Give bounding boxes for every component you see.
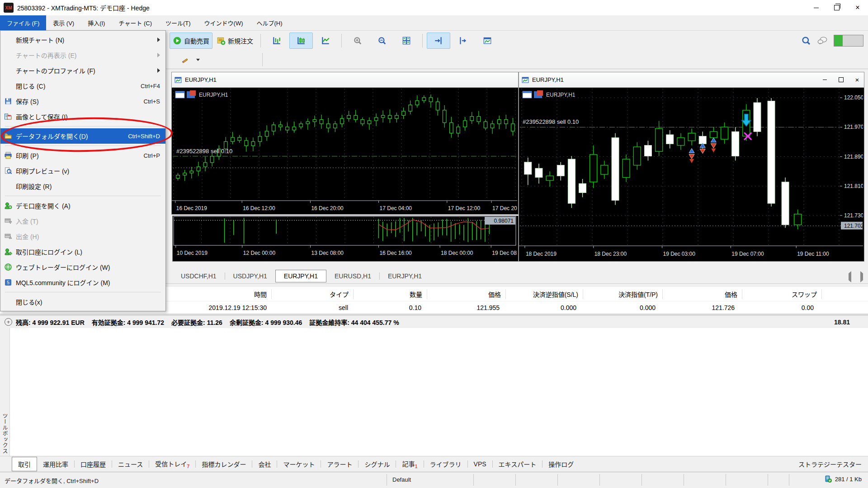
toolbox-tab-5[interactable]: 指標カレンダー — [196, 457, 252, 471]
search-button[interactable] — [801, 36, 811, 46]
col-header-6[interactable]: 価格 — [663, 289, 742, 299]
chart-window-right-titlebar[interactable]: EURJPY,H1 × — [519, 72, 864, 88]
mini-chart-canvas[interactable]: 0.9807110 Dec 201912 Dec 00:0013 Dec 08:… — [173, 216, 517, 260]
chat-button[interactable] — [817, 36, 827, 46]
statusbar-cell-separator — [473, 474, 474, 486]
file-menu-item-9[interactable]: 印刷 (P)Ctrl+P — [0, 148, 165, 163]
chart-tab-4[interactable]: EURJPY,H1 — [380, 270, 430, 282]
zoom-out-button[interactable] — [370, 33, 394, 49]
menu-5[interactable]: ウインドウ(W) — [198, 15, 250, 30]
zoom-in-button[interactable] — [346, 33, 369, 49]
menu-1[interactable]: 表示 (V) — [46, 15, 81, 30]
restore-button[interactable] — [826, 0, 847, 15]
statusbar-profile[interactable]: Default — [392, 476, 411, 483]
balance-segment-1: 有効証拠金: 4 999 941.72 — [92, 318, 164, 327]
chart-window-left-titlebar[interactable]: EURJPY,H1 — [172, 72, 518, 88]
svg-text:#239522898 sell 0.10: #239522898 sell 0.10 — [176, 148, 232, 155]
tab-scroll-left-button[interactable] — [846, 271, 854, 282]
connection-status-icon — [824, 475, 832, 483]
chart-window-mini[interactable]: 0.9807110 Dec 201912 Dec 00:0013 Dec 08:… — [172, 216, 519, 262]
toolbox-tab-7[interactable]: マーケット — [277, 457, 321, 471]
chart-close-button[interactable]: × — [853, 76, 861, 84]
bars-chart-button[interactable] — [265, 33, 288, 49]
toolbox-tab-1[interactable]: 運用比率 — [37, 457, 74, 471]
file-menu-item-10[interactable]: 印刷プレビュー (v) — [0, 163, 165, 178]
chart-tab-1[interactable]: USDJPY,H1 — [225, 270, 275, 282]
expand-icon[interactable]: + — [5, 318, 12, 326]
close-button[interactable]: × — [847, 0, 868, 15]
chart-maximize-button[interactable] — [837, 76, 845, 84]
col-header-5[interactable]: 決済指値(T/P) — [583, 289, 663, 299]
chart-tab-0[interactable]: USDCHF,H1 — [173, 270, 225, 282]
chart-window-left[interactable]: EURJPY,H1 #239522898 sell 0.1016 Dec 201… — [171, 72, 519, 215]
col-header-4[interactable]: 決済逆指値(S/L) — [506, 289, 583, 299]
col-header-8[interactable]: 損益 — [822, 289, 868, 299]
statusbar-cell-separator — [515, 474, 516, 486]
svg-text:EURJPY,H1: EURJPY,H1 — [199, 92, 228, 98]
chart-tab-3[interactable]: EURUSD,H1 — [326, 270, 379, 282]
chart-shift-button[interactable] — [451, 33, 475, 49]
menu-3[interactable]: チャート (C) — [112, 15, 159, 30]
file-menu-item-3[interactable]: 閉じる (C)Ctrl+F4 — [0, 78, 165, 94]
col-header-3[interactable]: 価格 — [427, 289, 506, 299]
menu-6[interactable]: ヘルプ(H) — [250, 15, 289, 30]
toolbox-tab-10[interactable]: 記事1 — [396, 456, 423, 472]
tile-windows-button[interactable] — [395, 33, 418, 49]
toolbox-tab-6[interactable]: 会社 — [252, 457, 277, 471]
toolbox-tab-13[interactable]: エキスパート — [493, 457, 542, 471]
toolbox-tab-8[interactable]: アラート — [321, 457, 358, 471]
row-cell-2: 0.10 — [353, 304, 426, 311]
file-menu-item-17[interactable]: ウェブトレーダーにログイン (W) — [0, 259, 165, 275]
print-preview-icon — [0, 167, 16, 175]
toolbox-tab-14[interactable]: 操作ログ — [542, 457, 580, 471]
auto-scroll-button[interactable] — [427, 33, 450, 49]
toolbox-tab-2[interactable]: 口座履歴 — [75, 457, 112, 471]
file-menu-item-18[interactable]: 5MQL5.community にログイン (M) — [0, 275, 165, 290]
file-menu-item-0[interactable]: 新規チャート (N) — [0, 32, 165, 47]
candles-icon — [297, 36, 306, 45]
toolbox-tab-0[interactable]: 取引 — [12, 457, 37, 471]
left-chart-canvas[interactable]: #239522898 sell 0.1016 Dec 201916 Dec 12… — [172, 88, 517, 214]
chart-minimize-button[interactable] — [821, 76, 829, 84]
auto-trade-button[interactable]: 自動売買 — [170, 33, 212, 49]
file-menu-item-7[interactable]: データフォルダを開く(D)Ctrl+Shift+D — [0, 128, 165, 144]
menu-shortcut: Ctrl+Shift+D — [128, 133, 160, 140]
balance-segment-2: 必要証拠金: 11.26 — [171, 318, 222, 327]
file-menu-item-4[interactable]: 保存 (S)Ctrl+S — [0, 94, 165, 109]
strategy-tester-label[interactable]: ストラテジーテスター — [798, 460, 862, 469]
indicators-button[interactable] — [476, 33, 499, 49]
svg-text:#239522898 sell 0.10: #239522898 sell 0.10 — [523, 118, 579, 125]
tab-scroll-right-button[interactable] — [858, 271, 865, 282]
toolbox-tab-3[interactable]: ニュース — [112, 457, 149, 471]
file-menu-item-20[interactable]: 閉じる(x) — [0, 294, 165, 310]
col-header-2[interactable]: 数量 — [354, 289, 427, 299]
webtrader-icon — [0, 263, 16, 271]
svg-text:13 Dec 08:00: 13 Dec 08:00 — [311, 250, 344, 256]
menu-2[interactable]: 挿入(I) — [81, 15, 112, 30]
toolbox-tab-12[interactable]: VPS — [468, 458, 492, 470]
chart-tab-2[interactable]: EURJPY,H1 — [275, 270, 326, 282]
col-header-7[interactable]: スワップ — [742, 289, 822, 299]
chart-window-right[interactable]: EURJPY,H1 × 122.050121.970121.890121.810… — [519, 72, 864, 262]
toolbox-tab-11[interactable]: ライブラリ — [424, 457, 467, 471]
candles-chart-button[interactable] — [289, 33, 313, 49]
minimize-button[interactable] — [806, 0, 826, 15]
file-menu-item-11[interactable]: 印刷設定 (R) — [0, 178, 165, 194]
file-menu-item-16[interactable]: 取引口座にログイン (L) — [0, 244, 165, 259]
right-chart-canvas[interactable]: 122.050121.970121.890121.810121.730121.7… — [519, 88, 863, 261]
menu-4[interactable]: ツール(T) — [159, 15, 198, 30]
new-order-button[interactable]: 新規注文 — [213, 33, 256, 49]
toolbox-tab-4[interactable]: 受信トレイ7 — [149, 456, 195, 472]
drawing-tool-dropdown[interactable] — [193, 52, 203, 67]
col-header-1[interactable]: タイプ — [272, 289, 354, 299]
toolbox-tab-9[interactable]: シグナル — [359, 457, 396, 471]
toolbox-vertical-tab[interactable]: ツールボックス — [0, 328, 10, 456]
file-menu-item-13[interactable]: デモ口座を開く (A) — [0, 198, 165, 213]
drawing-tool-button[interactable] — [177, 52, 193, 67]
menu-0[interactable]: ファイル (F) — [0, 15, 46, 30]
line-chart-button[interactable] — [314, 33, 337, 49]
tab-badge: 1 — [415, 464, 417, 469]
file-menu-item-2[interactable]: チャートのプロファイル (F) — [0, 63, 165, 78]
file-menu-item-5[interactable]: 画像として保存 (I) — [0, 109, 165, 124]
statusbar-cell-separator — [726, 474, 726, 486]
